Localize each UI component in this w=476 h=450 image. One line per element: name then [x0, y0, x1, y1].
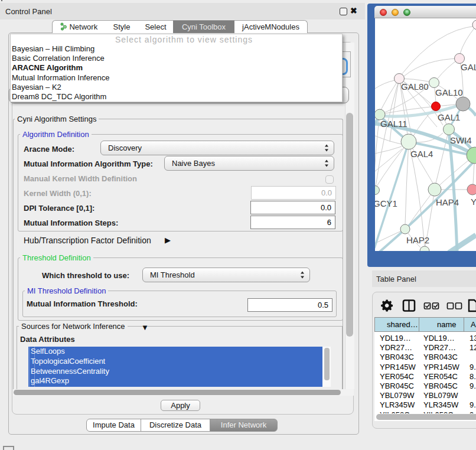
- svg-text:GAL11: GAL11: [380, 119, 407, 129]
- svg-text:GCY1: GCY1: [375, 198, 397, 208]
- svg-text:HAP4: HAP4: [436, 197, 459, 207]
- svg-text:GAL4: GAL4: [410, 149, 433, 159]
- svg-text:GAL80: GAL80: [401, 81, 429, 92]
- svg-text:GAL10: GAL10: [435, 87, 463, 97]
- svg-text:GAL1: GAL1: [438, 112, 460, 122]
- svg-text:SWI4: SWI4: [450, 135, 472, 145]
- svg-text:HAP2: HAP2: [406, 235, 429, 245]
- svg-text:Y: Y: [471, 197, 476, 207]
- svg-text:GAL2: GAL2: [461, 62, 476, 72]
